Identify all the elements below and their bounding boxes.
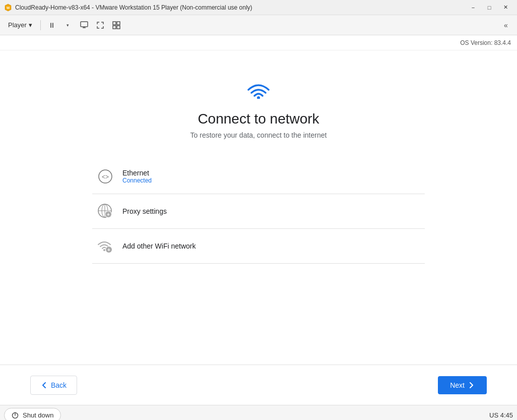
vm-settings-icon	[80, 21, 89, 30]
fullscreen-button[interactable]	[93, 18, 107, 32]
os-version-label: OS Version: 83.4.4	[460, 39, 511, 46]
wifi-icon-container	[246, 81, 271, 101]
svg-rect-8	[117, 26, 120, 29]
add-wifi-icon: +	[96, 237, 114, 255]
vm-area: OS Version: 83.4.4 Connect to network To…	[0, 35, 517, 405]
wifi-icon	[246, 81, 271, 99]
page-title: Connect to network	[198, 111, 319, 127]
pause-dropdown-icon: ▾	[67, 23, 69, 28]
next-button[interactable]: Next	[438, 376, 487, 394]
add-wifi-item[interactable]: + Add other WiFi network	[92, 229, 425, 264]
app-icon: W	[4, 4, 12, 12]
shutdown-button[interactable]: Shut down	[4, 408, 61, 420]
shutdown-label: Shut down	[23, 411, 53, 419]
toolbar: Player ▾ ⏸ ▾ «	[0, 15, 517, 35]
ethernet-status: Connected	[122, 177, 152, 184]
page-subtitle: To restore your data, connect to the int…	[190, 131, 327, 139]
svg-rect-7	[113, 26, 116, 29]
svg-text:+: +	[107, 247, 110, 253]
add-wifi-name: Add other WiFi network	[122, 242, 196, 250]
vm-taskbar: Shut down US 4:45	[0, 405, 517, 420]
bottom-bar: Back Next	[0, 365, 517, 405]
window-controls: − □ ✕	[466, 3, 513, 13]
add-wifi-info: Add other WiFi network	[122, 242, 196, 250]
title-bar: W CloudReady-Home-v83-x64 - VMware Works…	[0, 0, 517, 15]
restore-button[interactable]: □	[482, 3, 497, 13]
svg-text:+: +	[107, 212, 110, 217]
ethernet-name: Ethernet	[122, 169, 152, 177]
clock: US 4:45	[489, 411, 513, 419]
os-version-bar: OS Version: 83.4.4	[0, 35, 517, 50]
pause-dropdown-button[interactable]: ▾	[61, 18, 75, 32]
collapse-icon: «	[504, 21, 508, 29]
proxy-icon: +	[96, 202, 114, 220]
ethernet-icon: <>	[96, 167, 114, 186]
virtual-machine-settings-button[interactable]	[77, 18, 91, 32]
next-chevron-icon	[468, 382, 475, 389]
svg-point-9	[257, 96, 260, 99]
svg-text:W: W	[7, 6, 10, 10]
svg-rect-6	[117, 22, 120, 25]
svg-text:<>: <>	[102, 173, 109, 181]
ethernet-info: Ethernet Connected	[122, 169, 152, 184]
collapse-button[interactable]: «	[499, 18, 513, 32]
minimize-button[interactable]: −	[466, 3, 481, 13]
proxy-info: Proxy settings	[122, 207, 167, 215]
toolbar-separator-1	[40, 20, 41, 30]
svg-rect-5	[113, 22, 116, 25]
player-label: Player	[8, 21, 27, 29]
unity-button[interactable]	[109, 18, 123, 32]
back-button[interactable]: Back	[30, 376, 77, 395]
back-chevron-icon	[41, 382, 48, 389]
svg-rect-2	[81, 22, 88, 27]
next-label: Next	[450, 381, 465, 389]
power-icon	[12, 412, 19, 419]
window-title: CloudReady-Home-v83-x64 - VMware Worksta…	[15, 4, 466, 11]
network-list: <> Ethernet Connected	[92, 159, 425, 264]
player-dropdown-arrow: ▾	[29, 21, 32, 29]
close-button[interactable]: ✕	[498, 3, 513, 13]
pause-button[interactable]: ⏸	[45, 18, 59, 32]
ethernet-item[interactable]: <> Ethernet Connected	[92, 159, 425, 194]
player-menu-button[interactable]: Player ▾	[4, 19, 36, 31]
fullscreen-icon	[96, 21, 104, 29]
pause-icon: ⏸	[48, 21, 55, 29]
proxy-settings-item[interactable]: + Proxy settings	[92, 194, 425, 229]
unity-icon	[112, 21, 120, 29]
proxy-name: Proxy settings	[122, 207, 167, 215]
content-area: Connect to network To restore your data,…	[0, 50, 517, 365]
svg-point-19	[103, 249, 105, 251]
back-label: Back	[51, 381, 67, 389]
